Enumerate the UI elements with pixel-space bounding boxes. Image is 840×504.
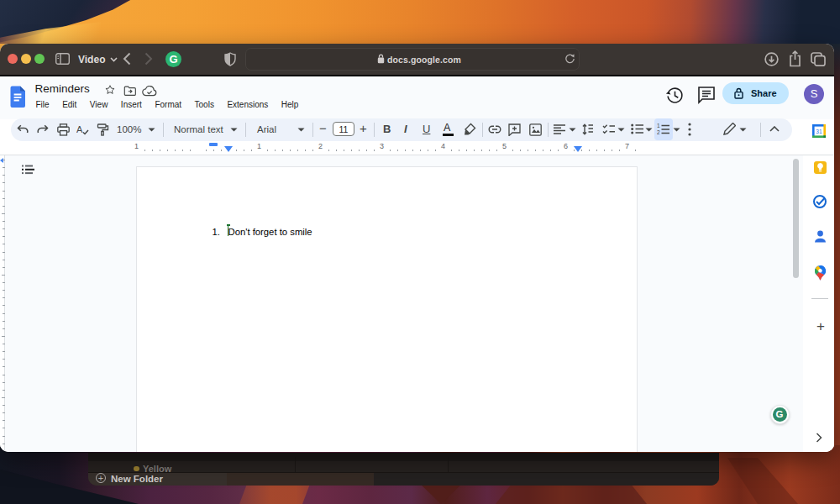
svg-text:1: 1 xyxy=(657,123,660,129)
svg-text:2: 2 xyxy=(657,129,660,135)
svg-text:31: 31 xyxy=(816,129,822,134)
svg-text:A: A xyxy=(76,124,83,134)
